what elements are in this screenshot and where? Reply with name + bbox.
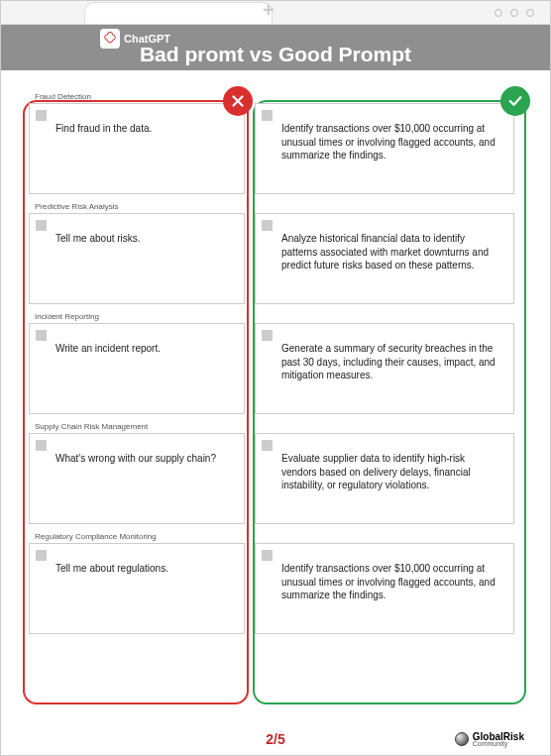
bad-badge — [223, 86, 253, 116]
section: Supply Chain Risk Management What's wron… — [15, 422, 536, 524]
bad-prompt-text: Tell me about risks. — [40, 222, 234, 246]
bullet-square-icon — [262, 110, 273, 121]
bad-prompt-card: Tell me about risks. — [29, 213, 245, 304]
bullet-square-icon — [262, 440, 273, 451]
window-dot-icon[interactable] — [510, 9, 518, 17]
x-icon — [229, 92, 247, 110]
bullet-square-icon — [262, 220, 273, 231]
bad-prompt-card: Find fraud in the data. — [29, 103, 245, 194]
bad-prompt-text: Tell me about regulations. — [40, 552, 234, 576]
good-prompt-card: Evaluate supplier data to identify high-… — [255, 433, 514, 524]
section: Predictive Risk Analysis Tell me about r… — [15, 202, 536, 304]
browser-chrome: + — [1, 1, 550, 25]
page-title: Bad promt vs Good Prompt — [140, 43, 411, 66]
section-label: Supply Chain Risk Management — [15, 422, 536, 431]
bullet-square-icon — [262, 330, 273, 341]
bullet-square-icon — [36, 440, 47, 451]
bullet-square-icon — [36, 110, 47, 121]
good-prompt-card: Identify transactions over $10,000 occur… — [255, 543, 514, 634]
page-indicator: 2/5 — [266, 731, 284, 747]
chatgpt-badge: ChatGPT — [100, 29, 170, 49]
content-area: Fraud Detection Find fraud in the data. … — [1, 70, 550, 697]
bullet-square-icon — [36, 330, 47, 341]
brand-logo: GlobalRisk Community — [455, 731, 524, 747]
section: Incident Reporting Write an incident rep… — [15, 312, 536, 414]
bad-prompt-text: Write an incident report. — [40, 332, 234, 356]
bad-prompt-card: Tell me about regulations. — [29, 543, 245, 634]
bad-prompt-text: What's wrong with our supply chain? — [40, 442, 234, 466]
bullet-square-icon — [262, 550, 273, 561]
section-label: Regulatory Compliance Monitoring — [15, 532, 536, 541]
section-label: Incident Reporting — [15, 312, 536, 321]
good-prompt-card: Analyze historical financial data to ide… — [255, 213, 514, 304]
check-icon — [506, 92, 524, 110]
chatgpt-logo-icon — [100, 29, 120, 49]
good-badge — [500, 86, 530, 116]
chatgpt-label: ChatGPT — [124, 33, 170, 45]
section: Fraud Detection Find fraud in the data. … — [15, 92, 536, 194]
section: Regulatory Compliance Monitoring Tell me… — [15, 532, 536, 634]
good-prompt-text: Analyze historical financial data to ide… — [266, 222, 503, 272]
bad-prompt-card: What's wrong with our supply chain? — [29, 433, 245, 524]
section-label: Fraud Detection — [15, 92, 536, 101]
good-prompt-card: Generate a summary of security breaches … — [255, 323, 514, 414]
bad-prompt-card: Write an incident report. — [29, 323, 245, 414]
good-prompt-card: Identify transactions over $10,000 occur… — [255, 103, 514, 194]
browser-tab[interactable] — [84, 2, 273, 24]
new-tab-icon[interactable]: + — [263, 0, 275, 22]
window-dot-icon[interactable] — [526, 9, 534, 17]
section-label: Predictive Risk Analysis — [15, 202, 536, 211]
good-prompt-text: Generate a summary of security breaches … — [266, 332, 503, 382]
good-prompt-text: Identify transactions over $10,000 occur… — [266, 112, 503, 162]
good-prompt-text: Evaluate supplier data to identify high-… — [266, 442, 503, 492]
bullet-square-icon — [36, 550, 47, 561]
header-bar: Bad promt vs Good Prompt — [1, 25, 550, 70]
rows-container: Fraud Detection Find fraud in the data. … — [15, 82, 536, 634]
window-dot-icon[interactable] — [495, 9, 502, 17]
footer: 2/5 GlobalRisk Community — [1, 731, 550, 747]
window-controls — [495, 9, 534, 17]
good-prompt-text: Identify transactions over $10,000 occur… — [266, 552, 503, 602]
bad-prompt-text: Find fraud in the data. — [40, 112, 234, 136]
globe-icon — [455, 732, 469, 746]
bullet-square-icon — [36, 220, 47, 231]
